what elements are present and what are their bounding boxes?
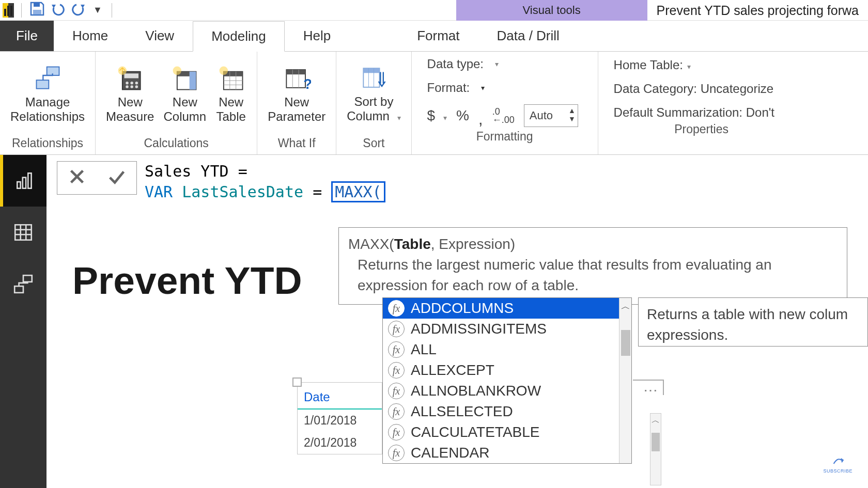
intellisense-item-label: ADDMISSINGITEMS <box>411 321 547 337</box>
function-icon: fx <box>388 403 405 420</box>
tab-help[interactable]: Help <box>285 21 349 51</box>
scroll-thumb[interactable] <box>621 330 630 356</box>
intellisense-item[interactable]: fxCALCULATETABLE <box>383 422 631 443</box>
sort-by-column-button[interactable]: Sort by Column ▾ <box>347 64 400 125</box>
qat-dropdown-icon[interactable]: ▼ <box>91 5 104 15</box>
tab-format[interactable]: Format <box>398 21 478 51</box>
scroll-up-icon[interactable]: ︿ <box>621 298 630 314</box>
column-header-date[interactable]: Date <box>298 383 382 410</box>
visual-options-menu[interactable] <box>633 380 664 395</box>
report-page-heading: Prevent YTD <box>72 258 302 303</box>
intellisense-item-label: CALCULATETABLE <box>411 424 539 440</box>
function-icon: fx <box>388 445 405 461</box>
new-table-button[interactable]: New Table <box>215 64 246 124</box>
data-view-button[interactable] <box>0 207 47 258</box>
dropdown-icon[interactable]: ▾ <box>481 84 485 92</box>
button-label: Manage Relationships <box>10 95 85 124</box>
thousands-button[interactable]: , <box>478 109 483 129</box>
ribbon-group-formatting: Data type: ▾ Format: ▾ $ ▾ % , .0←.00 Au… <box>412 52 598 154</box>
separator <box>112 3 112 18</box>
ribbon-tabs: File Home View Modeling Help Format Data… <box>0 21 868 52</box>
group-label: Relationships <box>0 134 95 154</box>
default-summarization-dropdown[interactable]: Default Summarization: Don't <box>614 105 805 120</box>
scroll-thumb[interactable] <box>652 433 660 451</box>
visual-scrollbar[interactable]: ︿ <box>650 413 661 485</box>
svg-rect-1 <box>33 10 41 14</box>
svg-text:?: ? <box>303 76 311 92</box>
function-icon: fx <box>388 362 405 379</box>
intellisense-item[interactable]: fxCALENDAR <box>383 443 631 463</box>
function-icon: fx <box>388 300 405 317</box>
intellisense-item[interactable]: fxALLNOBLANKROW <box>383 381 631 401</box>
resize-handle[interactable] <box>292 377 302 387</box>
svg-rect-25 <box>286 70 305 74</box>
decimals-spinner[interactable]: Auto ▲▼ <box>524 104 578 127</box>
tab-file[interactable]: File <box>0 21 54 51</box>
cancel-formula-button[interactable] <box>67 167 87 189</box>
separator <box>21 3 22 18</box>
svg-point-7 <box>131 82 133 85</box>
new-measure-button[interactable]: New Measure <box>106 64 154 124</box>
svg-rect-30 <box>363 68 379 73</box>
group-label: What If <box>257 134 336 154</box>
group-label: Sort <box>336 134 411 154</box>
contextual-tab-visual-tools[interactable]: Visual tools <box>456 0 647 21</box>
dropdown-icon[interactable]: ▾ <box>495 60 499 68</box>
intellisense-item[interactable]: fxADDCOLUMNS <box>383 298 631 319</box>
intellisense-item[interactable]: fxALLSELECTED <box>383 401 631 422</box>
subscribe-watermark: SUBSCRIBE <box>823 453 853 474</box>
new-table-icon <box>215 64 246 92</box>
redo-icon[interactable] <box>70 1 87 20</box>
decimals-icon[interactable]: .0←.00 <box>492 107 515 124</box>
new-column-icon <box>169 64 200 92</box>
view-switcher <box>0 155 47 488</box>
button-label: New Measure <box>106 95 154 124</box>
formula-editor[interactable]: Sales YTD = VAR LastSalesDate = MAXX( <box>145 161 385 202</box>
svg-rect-42 <box>14 286 23 293</box>
ribbon-group-sort: Sort by Column ▾ Sort <box>336 52 411 154</box>
svg-rect-15 <box>190 72 196 90</box>
intellisense-item-label: ALLNOBLANKROW <box>411 383 541 399</box>
context-band: Visual tools Prevent YTD sales projectin… <box>456 0 868 21</box>
tab-data-drill[interactable]: Data / Drill <box>478 21 578 51</box>
svg-point-11 <box>135 85 138 88</box>
model-view-button[interactable] <box>0 258 47 310</box>
new-parameter-button[interactable]: ? New Parameter <box>268 64 326 124</box>
document-title: Prevent YTD sales projecting forwa <box>647 0 868 21</box>
svg-point-10 <box>131 85 133 88</box>
percent-button[interactable]: % <box>456 107 469 124</box>
svg-point-12 <box>118 67 127 75</box>
intellisense-item[interactable]: fxALL <box>383 339 631 360</box>
new-column-button[interactable]: New Column <box>163 64 206 124</box>
table-cell[interactable]: 1/01/2018 <box>298 410 382 432</box>
intellisense-item-label: ALLSELECTED <box>411 403 513 420</box>
table-cell[interactable]: 2/01/2018 <box>298 432 382 454</box>
intellisense-list[interactable]: fxADDCOLUMNSfxADDMISSINGITEMSfxALLfxALLE… <box>382 297 632 464</box>
intellisense-item[interactable]: fxADDMISSINGITEMS <box>383 319 631 339</box>
manage-relationships-button[interactable]: Manage Relationships <box>10 64 85 124</box>
tab-view[interactable]: View <box>127 21 193 51</box>
intellisense-scrollbar[interactable]: ︿ <box>619 298 631 463</box>
svg-rect-33 <box>17 182 20 188</box>
date-table-visual[interactable]: Date 1/01/20182/01/2018 <box>297 382 382 454</box>
data-category-dropdown[interactable]: Data Category: Uncategorize <box>614 82 805 96</box>
svg-rect-0 <box>34 3 40 7</box>
tab-modeling[interactable]: Modeling <box>193 21 285 52</box>
ribbon-group-whatif: ? New Parameter What If <box>257 52 336 154</box>
home-table-dropdown[interactable]: Home Table:▾ <box>614 58 805 72</box>
scroll-up-icon[interactable]: ︿ <box>652 414 660 428</box>
svg-rect-35 <box>28 173 31 188</box>
save-icon[interactable] <box>29 1 45 20</box>
undo-icon[interactable] <box>50 1 66 20</box>
button-label: New Table <box>216 95 245 124</box>
powerbi-logo-icon <box>3 3 14 18</box>
svg-rect-34 <box>23 178 26 188</box>
intellisense-item-label: CALENDAR <box>411 445 489 461</box>
commit-formula-button[interactable] <box>107 167 127 189</box>
intellisense-item[interactable]: fxALLEXCEPT <box>383 360 631 381</box>
tab-home[interactable]: Home <box>54 21 127 51</box>
currency-button[interactable]: $ ▾ <box>427 107 447 124</box>
svg-point-9 <box>126 85 129 88</box>
button-label: New Parameter <box>268 95 326 124</box>
report-view-button[interactable] <box>0 155 47 207</box>
